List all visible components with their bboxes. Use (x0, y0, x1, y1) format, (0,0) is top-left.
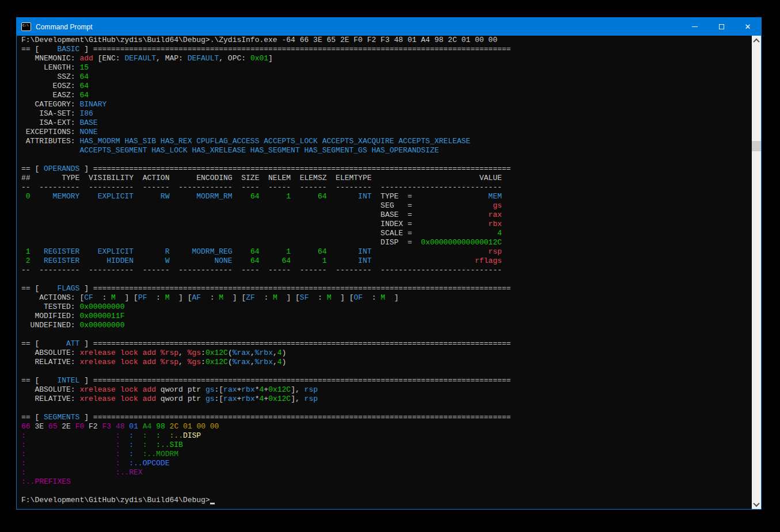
console-line: ABSOLUTE: xrelease lock add qword ptr gs… (21, 385, 752, 395)
console-line: BASE = rax (21, 210, 752, 220)
console-line (21, 155, 752, 164)
scrollbar-up-button[interactable] (752, 36, 761, 45)
minimize-icon (692, 26, 698, 27)
console-line: ISA-SET: I86 (21, 109, 752, 118)
console-line: SEG = gs (21, 201, 752, 210)
maximize-icon (719, 24, 724, 29)
console-line: == [ BASIC ] ===========================… (21, 45, 752, 54)
console-line: LENGTH: 15 (21, 63, 752, 72)
console-line (21, 275, 752, 284)
console-line: 0 MEMORY EXPLICIT RW MODRM_RM 64 1 64 IN… (21, 192, 752, 201)
chevron-down-icon (753, 500, 759, 506)
console-line: SCALE = 4 (21, 229, 752, 238)
console-line: -- --------- ---------- ------ ---------… (21, 266, 752, 275)
console-line (21, 367, 752, 376)
console-line: EOSZ: 64 (21, 82, 752, 91)
scrollbar-down-button[interactable] (752, 499, 761, 509)
console-line: == [ FLAGS ] ===========================… (21, 284, 752, 293)
close-icon: ✕ (745, 23, 751, 30)
console-line (21, 330, 752, 339)
command-prompt-window: C:\ Command Prompt ✕ F:\Development\GitH… (16, 17, 762, 510)
console-line: UNDEFINED: 0x00000000 (21, 321, 752, 330)
console-line: 2 REGISTER HIDDEN W NONE 64 64 1 INT rfl… (21, 257, 752, 266)
chevron-up-icon (753, 38, 759, 44)
console-line: ## TYPE VISIBILITY ACTION ENCODING SIZE … (21, 174, 752, 183)
window-controls: ✕ (682, 18, 761, 36)
console-line: RELATIVE: xrelease lock add %rsp, %gs:0x… (21, 358, 752, 367)
scrollbar-thumb[interactable] (752, 141, 761, 151)
console-line: RELATIVE: xrelease lock add qword ptr gs… (21, 395, 752, 404)
scrollbar[interactable] (752, 36, 761, 509)
titlebar[interactable]: C:\ Command Prompt ✕ (17, 18, 761, 36)
console-line: EASZ: 64 (21, 91, 752, 100)
cmd-app-icon: C:\ (21, 22, 31, 31)
console-line: : :..REX (21, 468, 752, 477)
console-line: : : :..OPCODE (21, 459, 752, 468)
console-line: CATEGORY: BINARY (21, 100, 752, 109)
close-button[interactable]: ✕ (735, 18, 761, 36)
console-line: :..PREFIXES (21, 477, 752, 487)
console-line (21, 404, 752, 413)
console-line: ACCEPTS_SEGMENT HAS_LOCK HAS_XRELEASE HA… (21, 146, 752, 155)
console-line: : : : : : :..DISP (21, 431, 752, 441)
text-cursor (210, 496, 215, 504)
console-line: MODIFIED: 0x0000011F (21, 312, 752, 321)
console-line: DISP = 0x000000000000012C (21, 238, 752, 247)
console-line: 66 3E 65 2E F0 F2 F3 48 01 A4 98 2C 01 0… (21, 422, 752, 431)
console-line: == [ ATT ] =============================… (21, 339, 752, 349)
console-line: 1 REGISTER EXPLICIT R MODRM_REG 64 1 64 … (21, 247, 752, 257)
console-line: ISA-EXT: BASE (21, 118, 752, 128)
console-line: == [ INTEL ] ===========================… (21, 376, 752, 385)
console-line: TESTED: 0x00000000 (21, 303, 752, 312)
desktop-background: { "window": { "title": "Command Prompt",… (0, 0, 780, 532)
console-line: : : : : :..SIB (21, 441, 752, 450)
console-line: -- --------- ---------- ------ ---------… (21, 183, 752, 192)
minimize-button[interactable] (682, 18, 708, 36)
console-line: EXCEPTIONS: NONE (21, 128, 752, 137)
console-output[interactable]: F:\Development\GitHub\zydis\Build64\Debu… (17, 36, 752, 509)
console-line: F:\Development\GitHub\zydis\Build64\Debu… (21, 496, 752, 505)
maximize-button[interactable] (708, 18, 735, 36)
console-line: ATTRIBUTES: HAS_MODRM HAS_SIB HAS_REX CP… (21, 137, 752, 146)
console-line: INDEX = rbx (21, 220, 752, 229)
window-title: Command Prompt (36, 23, 93, 31)
cmd-app-icon-text: C:\ (22, 24, 29, 28)
console-line: F:\Development\GitHub\zydis\Build64\Debu… (21, 36, 752, 45)
console-body: F:\Development\GitHub\zydis\Build64\Debu… (17, 36, 761, 509)
console-line: : : : :..MODRM (21, 450, 752, 459)
console-line: ABSOLUTE: xrelease lock add %rsp, %gs:0x… (21, 349, 752, 358)
console-line: == [ SEGMENTS ] ========================… (21, 413, 752, 422)
console-line: SSZ: 64 (21, 72, 752, 82)
console-line: ACTIONS: [CF : M ] [PF : M ] [AF : M ] [… (21, 293, 752, 303)
console-line (21, 487, 752, 496)
console-line: == [ OPERANDS ] ========================… (21, 164, 752, 174)
console-line: MNEMONIC: add [ENC: DEFAULT, MAP: DEFAUL… (21, 54, 752, 63)
